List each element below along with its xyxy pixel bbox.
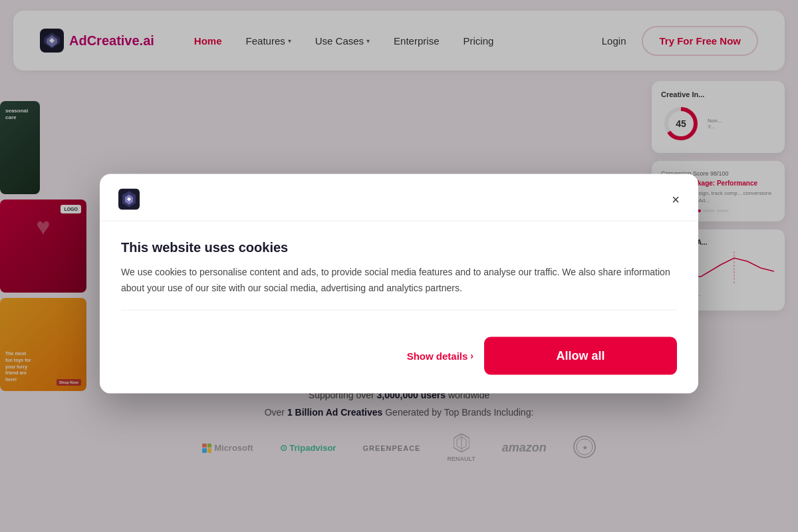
modal-close-button[interactable]: ×	[672, 193, 680, 206]
modal-header: ×	[100, 174, 698, 221]
show-details-link[interactable]: Show details ›	[407, 350, 473, 361]
chevron-right-icon: ›	[470, 350, 473, 361]
modal-body: This website uses cookies We use cookies…	[100, 221, 698, 337]
modal-description: We use cookies to personalise content an…	[121, 265, 677, 297]
modal-footer: Show details › Allow all	[100, 336, 698, 393]
modal-divider	[121, 309, 677, 310]
allow-all-button[interactable]: Allow all	[484, 336, 677, 374]
modal-logo-icon	[118, 189, 140, 210]
modal-title: This website uses cookies	[121, 240, 677, 255]
cookie-modal: × This website uses cookies We use cooki…	[100, 174, 698, 394]
